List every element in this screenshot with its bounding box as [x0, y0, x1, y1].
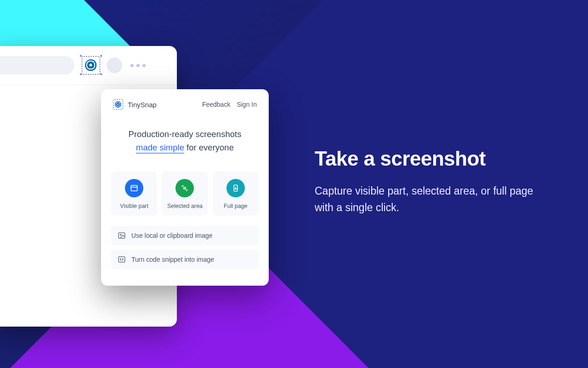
secondary-actions: Use local or clipboard image Turn code s…: [101, 220, 269, 286]
browser-toolbar: ++ ++: [0, 46, 177, 85]
tinysnap-swirl-icon: [85, 59, 97, 71]
browser-urlbar: [0, 56, 74, 75]
tagline-suffix: for everyone: [184, 143, 234, 152]
popup-brand-name: TinySnap: [128, 101, 157, 109]
action-label: Turn code snippet into image: [131, 256, 214, 263]
image-icon: [118, 231, 126, 240]
crop-icon: [175, 179, 194, 197]
marketing-copy: Take a screenshot Capture visible part, …: [315, 147, 554, 216]
svg-point-2: [184, 187, 186, 190]
svg-rect-0: [131, 185, 137, 191]
option-selected-area[interactable]: Selected area: [162, 172, 208, 216]
extension-popup: TinySnap Feedback Sign In Production-rea…: [101, 89, 269, 286]
code-icon: [118, 255, 126, 264]
feedback-link[interactable]: Feedback: [202, 101, 230, 108]
popup-tagline: Production-ready screenshots made simple…: [101, 114, 269, 163]
option-visible-part[interactable]: Visible part: [111, 172, 157, 216]
action-label: Use local or clipboard image: [131, 232, 213, 239]
tagline-highlight: made simple: [136, 143, 184, 154]
svg-point-5: [120, 235, 121, 236]
popup-logo-icon: [113, 99, 123, 109]
option-label: Full page: [215, 203, 256, 209]
page-down-icon: [226, 179, 245, 197]
browser-menu-icon[interactable]: [130, 64, 146, 67]
profile-avatar[interactable]: [107, 58, 122, 73]
option-label: Selected area: [164, 203, 205, 209]
action-code-snippet[interactable]: Turn code snippet into image: [111, 250, 259, 269]
action-local-image[interactable]: Use local or clipboard image: [111, 226, 259, 245]
signin-link[interactable]: Sign In: [237, 101, 257, 108]
tagline-prefix: Production-ready screenshots: [129, 129, 242, 139]
browser-window-icon: [125, 179, 143, 197]
marketing-title: Take a screenshot: [315, 147, 554, 170]
svg-rect-6: [119, 257, 125, 262]
capture-options: Visible part Selected area Full page: [101, 163, 269, 220]
option-label: Visible part: [114, 203, 154, 209]
extension-icon[interactable]: ++ ++: [82, 56, 100, 75]
option-full-page[interactable]: Full page: [213, 172, 259, 216]
popup-header: TinySnap Feedback Sign In: [101, 89, 269, 114]
marketing-description: Capture visible part, selected area, or …: [315, 183, 554, 216]
